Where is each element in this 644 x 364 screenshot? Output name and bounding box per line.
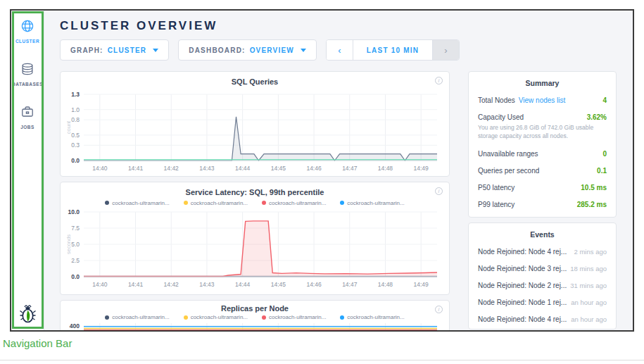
legend-dot [105, 201, 109, 205]
replicas-per-node-chart[interactable]: 400 [65, 322, 444, 332]
legend-item: cockroach-ultramarin... [340, 314, 404, 320]
info-icon[interactable]: i [435, 187, 443, 195]
briefcase-icon [20, 105, 34, 122]
sidebar-item-databases[interactable]: DATABASES [12, 62, 43, 87]
chevron-down-icon [301, 49, 306, 52]
event-row[interactable]: Node Rejoined: Node 1 rej... an hour ago [478, 299, 607, 306]
dashboard-dropdown-label: DASHBOARD: [189, 46, 245, 54]
page-title: CLUSTER OVERVIEW [60, 19, 633, 33]
chart-legend: cockroach-ultramarin... cockroach-ultram… [61, 198, 449, 208]
summary-value: 0.1 [597, 167, 607, 175]
svg-text:14:48: 14:48 [378, 165, 393, 172]
summary-row-p50-latency: P50 latency 10.5 ms [478, 184, 607, 192]
chevron-down-icon [153, 49, 158, 52]
svg-text:14:44: 14:44 [235, 165, 251, 172]
event-row[interactable]: Node Rejoined: Node 2 rej... 31 mins ago [478, 282, 607, 289]
svg-text:0.0: 0.0 [71, 157, 80, 164]
svg-text:14:47: 14:47 [342, 165, 358, 172]
svg-text:14:40: 14:40 [92, 165, 108, 172]
legend-item: cockroach-ultramarin... [105, 314, 169, 320]
svg-text:seconds: seconds [65, 234, 72, 254]
info-icon[interactable]: i [435, 77, 443, 84]
svg-text:14:42: 14:42 [164, 165, 179, 172]
legend-item: cockroach-ultramarin... [184, 314, 248, 320]
summary-value: 10.5 ms [581, 184, 607, 192]
view-nodes-list-link[interactable]: View nodes list [519, 96, 566, 104]
summary-row-unavailable-ranges: Unavailable ranges 0 [478, 150, 607, 158]
sidebar-item-cluster[interactable]: CLUSTER [15, 19, 39, 44]
legend-dot [340, 201, 344, 205]
summary-column: Summary Total NodesView nodes list 4 Cap… [468, 71, 617, 332]
summary-value: 0 [602, 150, 607, 158]
sidebar-item-label: JOBS [20, 125, 34, 130]
time-range-prev-button[interactable]: ‹ [327, 40, 353, 60]
svg-text:0.8: 0.8 [71, 116, 80, 123]
svg-text:14:45: 14:45 [271, 281, 286, 288]
event-row[interactable]: Node Rejoined: Node 3 rej... 18 mins ago [478, 265, 607, 272]
replicas-per-node-chart-panel: Replicas per Node i cockroach-ultramarin… [60, 300, 450, 332]
svg-text:14:44: 14:44 [235, 281, 251, 288]
summary-value: 4 [602, 96, 607, 104]
legend-dot [262, 201, 266, 205]
svg-text:14:46: 14:46 [306, 165, 322, 172]
svg-text:7.5: 7.5 [71, 225, 80, 232]
legend-dot [105, 315, 109, 320]
chart-title: Service Latency: SQL, 99th percentile [61, 182, 449, 198]
summary-value: 3.62% [587, 113, 607, 121]
svg-text:14:41: 14:41 [128, 165, 144, 172]
svg-text:14:45: 14:45 [271, 165, 286, 172]
summary-row-capacity-used: Capacity Used 3.62% [478, 113, 607, 121]
event-row[interactable]: Node Rejoined: Node 4 rej... 2 mins ago [478, 248, 607, 256]
svg-text:0.3: 0.3 [71, 142, 80, 149]
annotation-label: Navigation Bar [3, 337, 72, 349]
dashboard-dropdown[interactable]: DASHBOARD: OVERVIEW [178, 39, 317, 61]
svg-text:1.3: 1.3 [71, 91, 80, 98]
legend-dot [262, 315, 266, 320]
time-range-label[interactable]: LAST 10 MIN [353, 40, 433, 60]
legend-dot [340, 315, 344, 320]
navigation-sidebar: CLUSTER DATABASES JOBS [11, 11, 44, 330]
summary-row-total-nodes: Total NodesView nodes list 4 [478, 96, 607, 104]
time-range-selector: ‹ LAST 10 MIN › [326, 39, 460, 61]
cockroachdb-logo[interactable] [19, 303, 37, 326]
chart-legend: cockroach-ultramarin... cockroach-ultram… [61, 313, 449, 322]
legend-item: cockroach-ultramarin... [184, 200, 248, 206]
sql-queries-chart-panel: SQL Queries i 0.00.30.50.81.01.314:4014:… [60, 71, 450, 177]
event-row[interactable]: Node Rejoined: Node 4 rej... an hour ago [478, 315, 607, 323]
legend-item: cockroach-ultramarin... [262, 200, 326, 206]
svg-text:14:49: 14:49 [414, 165, 429, 172]
charts-column: SQL Queries i 0.00.30.50.81.01.314:4014:… [60, 71, 450, 332]
sidebar-item-label: DATABASES [12, 82, 43, 87]
sidebar-item-jobs[interactable]: JOBS [20, 105, 34, 130]
page-divider [0, 360, 644, 360]
svg-text:14:43: 14:43 [199, 281, 215, 288]
service-latency-chart[interactable]: 0.02.55.07.510.014:4014:4114:4214:4314:4… [65, 208, 444, 291]
svg-text:2.5: 2.5 [71, 257, 80, 264]
globe-icon [20, 19, 34, 36]
info-icon[interactable]: i [435, 306, 443, 313]
legend-item: cockroach-ultramarin... [105, 200, 169, 206]
legend-dot [184, 315, 188, 320]
graph-dropdown-value: CLUSTER [108, 46, 147, 54]
svg-text:14:41: 14:41 [128, 281, 144, 288]
svg-text:1.0: 1.0 [71, 106, 80, 113]
summary-panel: Summary Total NodesView nodes list 4 Cap… [468, 71, 617, 218]
graph-dropdown[interactable]: GRAPH: CLUSTER [60, 39, 169, 61]
svg-text:10.0: 10.0 [68, 208, 80, 215]
chart-title: Replicas per Node [61, 301, 449, 313]
legend-item: cockroach-ultramarin... [340, 200, 404, 206]
capacity-note: You are using 26.8 GiB of 742.0 GiB usab… [478, 124, 607, 141]
service-latency-chart-panel: Service Latency: SQL, 99th percentile i … [60, 182, 450, 295]
svg-text:count: count [65, 120, 72, 134]
sql-queries-chart[interactable]: 0.00.30.50.81.01.314:4014:4114:4214:4314… [65, 89, 444, 175]
graph-dropdown-label: GRAPH: [70, 46, 103, 54]
time-range-next-button[interactable]: › [433, 40, 459, 60]
legend-dot [184, 201, 188, 205]
dashboard-dropdown-value: OVERVIEW [250, 46, 294, 54]
svg-text:14:49: 14:49 [414, 281, 429, 288]
summary-row-p99-latency: P99 latency 285.2 ms [478, 201, 607, 208]
database-icon [20, 62, 34, 79]
app-window: CLUSTER DATABASES JOBS [10, 9, 634, 332]
main-content: CLUSTER OVERVIEW GRAPH: CLUSTER DASHBOAR… [44, 11, 633, 330]
svg-text:14:42: 14:42 [164, 281, 179, 288]
